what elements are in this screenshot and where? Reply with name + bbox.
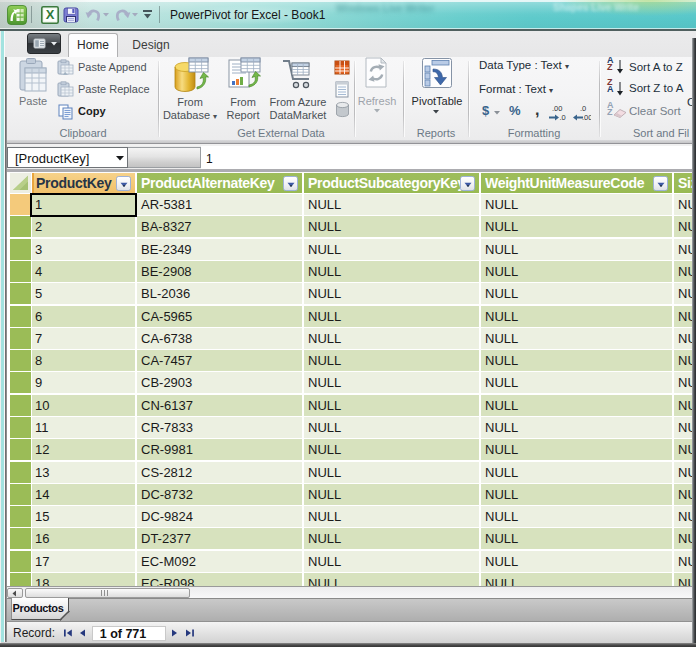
svg-text:.0: .0: [580, 104, 586, 113]
svg-text:.0: .0: [560, 113, 566, 121]
svg-text:X: X: [46, 7, 55, 22]
svg-text:.00: .00: [552, 104, 562, 113]
svg-text:.00: .00: [582, 113, 591, 121]
